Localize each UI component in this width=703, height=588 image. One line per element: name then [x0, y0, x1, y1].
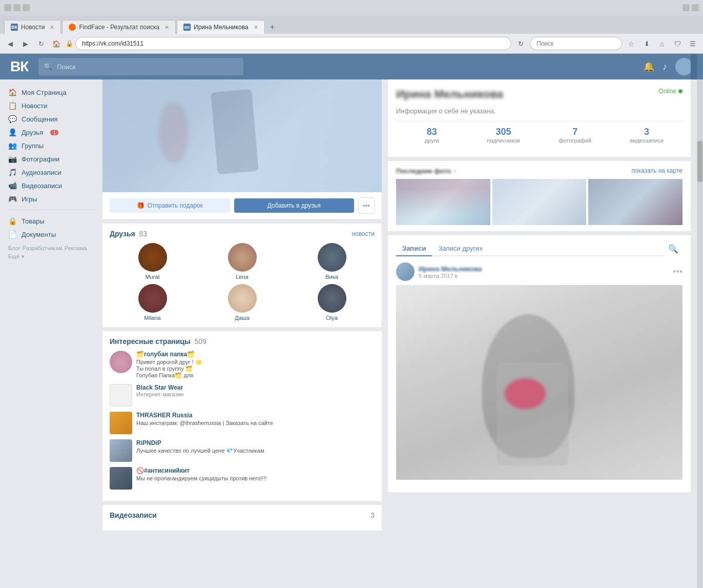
- refresh-btn2[interactable]: ↻: [514, 37, 527, 50]
- forward-button[interactable]: ▶: [19, 37, 32, 50]
- tab-news-close[interactable]: ✕: [50, 24, 54, 31]
- friend-item-milana[interactable]: Milana: [110, 284, 195, 321]
- interesting-title[interactable]: Интересные страницы: [110, 337, 191, 346]
- interesting-item-0: 🗂️голубая папка🗂️ Привет дорогой друг ! …: [110, 351, 375, 379]
- sidebar-item-video[interactable]: 📹 Видеозаписи: [8, 179, 94, 192]
- wall-tab-others[interactable]: Записи других: [432, 241, 488, 256]
- title-bar-btn2[interactable]: [683, 4, 690, 11]
- friend-item-lena[interactable]: Lena: [199, 243, 285, 280]
- interesting-name-0[interactable]: 🗂️голубая папка🗂️: [136, 351, 202, 358]
- wall-post-name[interactable]: Ирина Мельникова: [419, 265, 482, 273]
- add-friend-label: Добавить в друзья: [267, 202, 321, 209]
- tab-add-button[interactable]: +: [266, 21, 279, 34]
- sidebar-item-news[interactable]: 📋 Новости: [8, 99, 94, 112]
- home-button[interactable]: 🏠: [50, 37, 63, 50]
- tab-findface[interactable]: FindFace - Результат поиска ✕: [62, 20, 176, 34]
- sidebar-item-friends[interactable]: 👤 Друзья 1: [8, 126, 94, 139]
- interesting-text-4: 🚫#антисинийкит Мы не пропагандируем суиц…: [136, 467, 267, 481]
- videos-title[interactable]: Видеозаписи: [110, 511, 157, 519]
- interesting-avatar-3[interactable]: [110, 439, 132, 462]
- sidebar-item-my-page[interactable]: 🏠 Моя Страница: [8, 86, 94, 99]
- interesting-name-3[interactable]: RiPNDiP: [136, 439, 264, 447]
- tab-news[interactable]: ВК Новости ✕: [4, 20, 61, 34]
- add-friend-button[interactable]: Добавить в друзья: [234, 198, 355, 213]
- photo-thumb-3[interactable]: [588, 179, 683, 225]
- footer-blog[interactable]: Блог: [8, 245, 20, 251]
- photo-thumb-1[interactable]: [396, 179, 490, 225]
- user-avatar[interactable]: [675, 58, 693, 75]
- wall-post-avatar[interactable]: [396, 262, 415, 281]
- vk-logo[interactable]: ВК: [10, 58, 28, 75]
- interesting-name-2[interactable]: THRASHER Russia: [136, 412, 273, 419]
- wall-search-button[interactable]: 🔍: [664, 244, 683, 254]
- friend-item-vika[interactable]: Вика: [289, 243, 375, 280]
- interesting-avatar-0[interactable]: [110, 351, 132, 373]
- wall-post-more-btn[interactable]: •••: [673, 267, 683, 277]
- address-input[interactable]: [75, 37, 511, 50]
- browser-search-input[interactable]: [530, 37, 622, 50]
- notifications-icon[interactable]: 🔔: [643, 61, 654, 72]
- scrollbar-thumb[interactable]: [697, 141, 702, 182]
- photos-map-link[interactable]: показать на карте: [632, 167, 683, 175]
- wall-tab-own[interactable]: Записи: [396, 241, 432, 256]
- home-btn2[interactable]: ⌂: [656, 37, 668, 50]
- friends-title-text[interactable]: Друзья: [110, 230, 135, 238]
- sidebar-item-audio[interactable]: 🎵 Аудиозаписи: [8, 166, 94, 179]
- sidebar-item-store[interactable]: 🔒 Товары: [8, 214, 94, 228]
- vk-main: 🏠 Моя Страница 📋 Новости 💬 Сообщения 👤 Д…: [0, 79, 703, 588]
- friends-header: Друзья 83 новости: [110, 230, 375, 238]
- tab-profile-close[interactable]: ✕: [254, 24, 258, 31]
- title-bar-close[interactable]: [23, 4, 30, 11]
- photo-thumb-2[interactable]: [492, 179, 587, 225]
- footer-ads[interactable]: Реклама: [65, 245, 87, 251]
- footer-more[interactable]: Ещё ▾: [8, 253, 25, 260]
- friend-avatar-lena: [228, 243, 257, 272]
- sidebar-label-docs: Документы: [22, 231, 56, 238]
- sidebar-item-messages[interactable]: 💬 Сообщения: [8, 112, 94, 126]
- bookmark-button[interactable]: ☆: [625, 37, 637, 50]
- interesting-avatar-2[interactable]: [110, 412, 132, 434]
- interesting-name-1[interactable]: Black Star Wear: [136, 384, 183, 391]
- title-bar-btn3[interactable]: [692, 4, 699, 11]
- friends-news-link[interactable]: новости: [352, 230, 375, 237]
- photos-section-title[interactable]: Последние фото ↑: [396, 167, 457, 175]
- music-icon[interactable]: ♪: [663, 62, 667, 72]
- vk-search-input[interactable]: [38, 58, 243, 75]
- refresh-button[interactable]: ↻: [35, 37, 47, 50]
- stat-friends[interactable]: 83 друга: [396, 127, 468, 144]
- stat-photos[interactable]: 7 фотографий: [540, 127, 611, 144]
- back-button[interactable]: ◀: [4, 37, 16, 50]
- interesting-avatar-4[interactable]: [110, 467, 132, 490]
- wall-post-image[interactable]: [396, 285, 683, 480]
- friend-item-dasha[interactable]: Даша: [199, 284, 285, 321]
- sidebar-item-photos[interactable]: 📷 Фотографии: [8, 152, 94, 166]
- interesting-title-wrap: Интересные страницы 509: [110, 337, 206, 346]
- title-bar-minimize[interactable]: [4, 4, 11, 11]
- gift-button[interactable]: 🎁 Отправить подарок: [110, 198, 230, 213]
- friend-name-olya: Olya: [326, 315, 338, 321]
- title-bar-restore[interactable]: [13, 4, 20, 11]
- sidebar-item-games[interactable]: 🎮 Игры: [8, 192, 94, 206]
- games-icon: 🎮: [8, 195, 16, 203]
- messages-icon: 💬: [8, 115, 16, 123]
- sidebar-label-groups: Группы: [22, 142, 44, 150]
- friend-item-olya[interactable]: Olya: [289, 284, 375, 321]
- shield-button[interactable]: 🛡: [671, 37, 684, 50]
- stat-videos[interactable]: 3 видеозаписи: [611, 127, 683, 144]
- sidebar-item-groups[interactable]: 👥 Группы: [8, 139, 94, 152]
- tab-profile-label: Ирина Мельникова: [194, 24, 249, 31]
- interesting-avatar-1[interactable]: [110, 384, 132, 407]
- interesting-item-2: THRASHER Russia Наш инстаграм: @thrasher…: [110, 412, 375, 434]
- friend-item-murat[interactable]: Murat: [110, 243, 195, 280]
- download-button[interactable]: ⬇: [640, 37, 653, 50]
- sidebar-item-docs[interactable]: 📄 Документы: [8, 228, 94, 241]
- menu-button[interactable]: ☰: [687, 37, 699, 50]
- wall-spacer: [396, 256, 683, 262]
- footer-dev[interactable]: Разработчикам: [23, 245, 63, 251]
- photo-overlay-1: [396, 179, 490, 225]
- more-button[interactable]: •••: [358, 197, 375, 214]
- tab-profile[interactable]: ВК Ирина Мельникова ✕: [177, 20, 265, 34]
- tab-findface-close[interactable]: ✕: [164, 24, 169, 31]
- stat-subscribers[interactable]: 305 подписчиков: [468, 127, 540, 144]
- interesting-name-4[interactable]: 🚫#антисинийкит: [136, 467, 267, 474]
